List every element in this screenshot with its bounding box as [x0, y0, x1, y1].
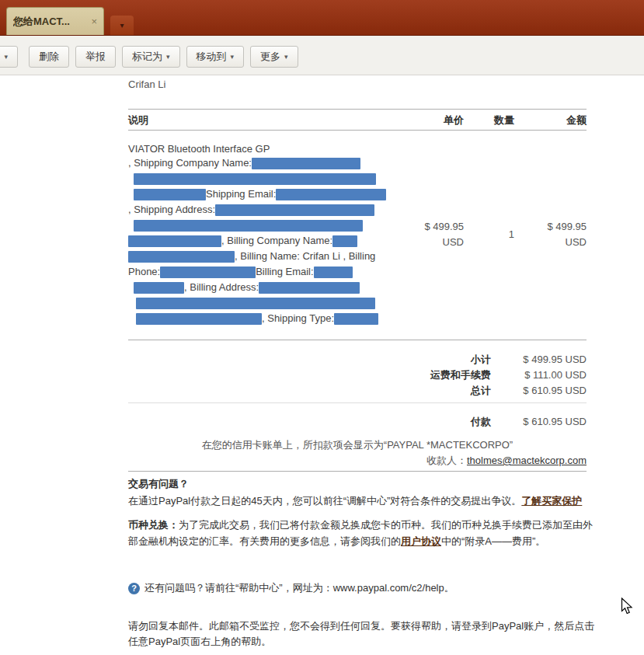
shipping-handling-label: 运费和手续费: [128, 368, 491, 383]
shipping-handling-value: $ 111.00 USD: [491, 368, 587, 383]
item-description-lines: , Shipping Company Name:Shipping Email:,…: [128, 155, 404, 326]
total-value: $ 610.95 USD: [491, 383, 587, 399]
description-line: Phone:Billing Email:: [128, 264, 404, 280]
redacted-block: [128, 235, 221, 247]
redacted-block: [160, 267, 256, 278]
subtotal-label: 小计: [128, 352, 491, 368]
delete-button[interactable]: 删除: [29, 46, 69, 68]
payee-email-link[interactable]: tholmes@mactekcorp.com: [467, 455, 587, 466]
payment-value: $ 610.95 USD: [491, 414, 587, 430]
divider: [128, 402, 587, 403]
caret-down-icon: ▾: [284, 53, 288, 61]
more-button[interactable]: 更多 ▾: [250, 46, 298, 68]
email-reading-pane: Crifan Li 说明 单价 数量 金额 VIATOR Bluetooth I…: [0, 75, 644, 655]
item-table-header: 说明 单价 数量 金额: [128, 113, 587, 127]
redacted-block: [334, 313, 378, 325]
line-item-row: VIATOR Bluetooth Interface GP , Shipping…: [128, 142, 587, 326]
total-row: 总计 $ 610.95 USD: [128, 383, 587, 399]
description-line: [128, 218, 404, 233]
tab-bar: 您给MACT... × ▾: [0, 0, 644, 36]
payee-label: 收款人：: [426, 455, 467, 466]
tab-list-dropdown-button[interactable]: ▾: [110, 16, 134, 35]
currency-exchange-paragraph: 币种兑换：为了完成此交易，我们已将付款金额兑换成您卡的币种。我们的币种兑换手续费…: [128, 517, 599, 549]
currency-exchange-text-2: 中的“附录A——费用”。: [441, 535, 545, 547]
email-tab[interactable]: 您给MACT... ×: [6, 7, 104, 35]
redacted-block: [128, 251, 235, 263]
buyer-protection-link[interactable]: 了解买家保护: [521, 495, 582, 507]
help-line: ? 还有问题吗？请前往“帮助中心”，网址为：www.paypal.com/c2/…: [128, 581, 454, 595]
description-text: , Billing Address:: [184, 281, 259, 293]
button-label: 标记为: [132, 50, 162, 64]
payee-line: 收款人：tholmes@mactekcorp.com: [128, 454, 587, 468]
tab-title: 您给MACT...: [13, 15, 86, 29]
divider: [128, 471, 587, 472]
redacted-block: [314, 267, 353, 278]
caret-down-icon: ▾: [166, 53, 170, 61]
description-line: , Shipping Company Name:: [128, 155, 404, 171]
description-line: , Shipping Type:: [128, 311, 404, 326]
card-statement-note: 在您的信用卡账单上，所扣款项会显示为“PAYPAL *MACTEKCORPO”: [128, 438, 587, 452]
description-line: , Billing Company Name:: [128, 233, 404, 249]
subtotal-row: 小计 $ 499.95 USD: [128, 352, 587, 368]
dispute-text: 在通过PayPal付款之日起的45天内，您可以前往“调解中心”对符合条件的交易提…: [128, 495, 521, 507]
button-label: 删除: [39, 50, 59, 64]
report-button[interactable]: 举报: [75, 46, 116, 68]
item-amount-value: $ 499.95: [514, 219, 587, 235]
description-text: Billing Email:: [256, 266, 313, 277]
description-line: Shipping Email:: [128, 186, 404, 202]
item-quantity: 1: [464, 227, 514, 242]
payment-label: 付款: [128, 414, 491, 430]
column-header-quantity: 数量: [464, 113, 514, 127]
user-agreement-link[interactable]: 用户协议: [401, 535, 441, 547]
payment-row: 付款 $ 610.95 USD: [128, 414, 587, 430]
mark-as-button[interactable]: 标记为 ▾: [122, 46, 180, 68]
help-text: 还有问题吗？请前往“帮助中心”，网址为：www.paypal.com/c2/he…: [144, 581, 454, 595]
move-to-button[interactable]: 移动到 ▾: [186, 46, 245, 68]
dispute-section-title: 交易有问题？: [128, 477, 189, 491]
description-text: Shipping Email:: [206, 188, 276, 200]
caret-down-icon: ▾: [231, 53, 235, 61]
redacted-block: [134, 282, 184, 294]
description-line: [128, 171, 404, 186]
recipient-name: Crifan Li: [128, 78, 165, 90]
dispute-paragraph: 在通过PayPal付款之日起的45天内，您可以前往“调解中心”对符合条件的交易提…: [128, 493, 599, 509]
column-header-description: 说明: [128, 113, 404, 127]
redacted-block: [276, 189, 386, 200]
redacted-block: [215, 204, 374, 216]
toolbar-overflow-left-button[interactable]: ▾: [0, 46, 18, 68]
help-question-icon: ?: [128, 583, 140, 594]
redacted-block: [136, 298, 375, 309]
toolbar: ▾ 删除 举报 标记为 ▾ 移动到 ▾ 更多 ▾: [0, 36, 644, 75]
total-label: 总计: [128, 383, 491, 399]
email-body: Crifan Li 说明 单价 数量 金额 VIATOR Bluetooth I…: [128, 75, 610, 655]
redacted-block: [252, 158, 360, 169]
item-amount-currency: USD: [514, 235, 587, 250]
redacted-block: [136, 313, 262, 325]
description-line: , Shipping Address:: [128, 202, 404, 218]
divider: [128, 109, 587, 110]
item-description-cell: VIATOR Bluetooth Interface GP , Shipping…: [128, 142, 404, 326]
button-label: 举报: [85, 50, 106, 64]
redacted-block: [134, 173, 376, 185]
button-label: 移动到: [197, 50, 227, 64]
no-reply-footer: 请勿回复本邮件。此邮箱不受监控，您不会得到任何回复。要获得帮助，请登录到PayP…: [128, 618, 599, 650]
description-text: , Billing Name: Crifan Li , Billing: [235, 250, 375, 262]
description-text: , Shipping Address:: [128, 204, 215, 215]
totals-section: 小计 $ 499.95 USD 运费和手续费 $ 111.00 USD 总计 $…: [128, 352, 587, 399]
redacted-block: [259, 282, 360, 294]
tab-close-icon[interactable]: ×: [91, 16, 97, 27]
redacted-block: [332, 235, 357, 247]
column-header-amount: 金额: [514, 113, 587, 127]
item-title: VIATOR Bluetooth Interface GP: [128, 142, 404, 155]
column-header-unit-price: 单价: [404, 113, 464, 127]
subtotal-value: $ 499.95 USD: [491, 352, 587, 368]
button-label: 更多: [260, 50, 280, 64]
description-text: , Shipping Type:: [262, 312, 334, 324]
description-text: , Shipping Company Name:: [128, 157, 252, 169]
redacted-block: [134, 220, 363, 232]
shipping-handling-row: 运费和手续费 $ 111.00 USD: [128, 368, 587, 383]
divider: [128, 130, 587, 131]
description-line: [128, 295, 404, 311]
redacted-block: [134, 189, 206, 200]
item-amount: $ 499.95 USD: [514, 219, 587, 250]
